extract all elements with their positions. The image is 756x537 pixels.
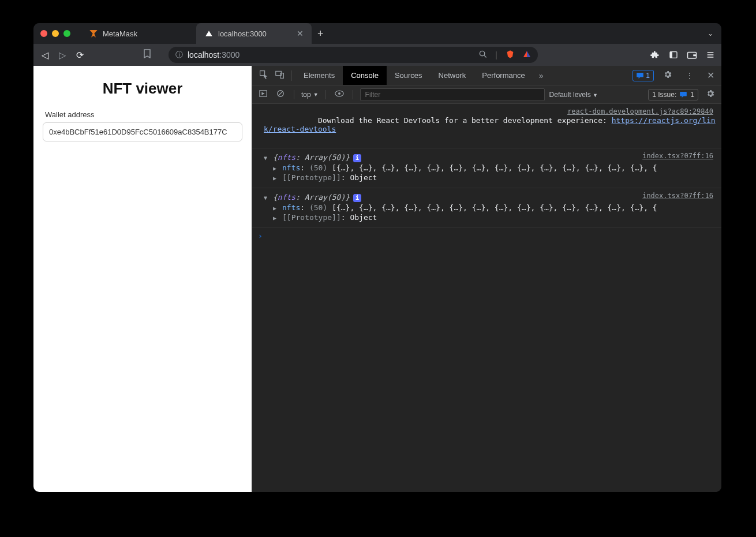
expand-arrow-icon[interactable] xyxy=(273,203,280,212)
site-info-icon[interactable]: ⓘ xyxy=(175,50,183,60)
svg-line-3 xyxy=(484,55,486,58)
wallet-address-input[interactable] xyxy=(43,122,242,141)
svg-marker-1 xyxy=(205,31,212,36)
tab-console[interactable]: Console xyxy=(343,66,387,85)
tab-network[interactable]: Network xyxy=(431,66,474,85)
wallet-icon[interactable] xyxy=(687,50,697,60)
svg-line-21 xyxy=(279,92,283,96)
devtools-tabs: Elements Console Sources Network Perform… xyxy=(252,66,721,85)
console-output: react-dom.development.js?ac89:29840 Down… xyxy=(252,104,721,492)
issue-count: 1 xyxy=(690,91,694,99)
svg-rect-8 xyxy=(670,52,672,58)
console-filter-input[interactable] xyxy=(360,88,545,101)
tab-label: MetaMask xyxy=(103,29,137,38)
console-log-entry: index.tsx?07ff:16 {nfts: Array(50)}i nft… xyxy=(252,188,721,228)
sidepanel-icon[interactable] xyxy=(668,50,679,60)
svg-rect-17 xyxy=(637,73,643,77)
device-toolbar-icon[interactable] xyxy=(272,70,288,81)
devtools-menu-icon[interactable]: ⋮ xyxy=(682,71,698,80)
chevron-down-icon: ▼ xyxy=(593,92,598,98)
expand-arrow-icon[interactable] xyxy=(264,153,271,162)
svg-rect-10 xyxy=(693,54,696,56)
clear-console-icon[interactable] xyxy=(274,90,287,99)
titlebar: MetaMask localhost:3000 ✕ + ⌄ xyxy=(33,23,721,44)
svg-marker-6 xyxy=(527,51,530,57)
issue-label: 1 Issue: xyxy=(652,91,676,99)
tab-metamask[interactable]: MetaMask xyxy=(81,23,196,44)
browser-tabs: MetaMask localhost:3000 ✕ + xyxy=(81,23,721,44)
expand-arrow-icon[interactable] xyxy=(264,193,271,202)
tab-elements[interactable]: Elements xyxy=(295,66,343,85)
object-prototype-row[interactable]: [[Prototype]]: Object xyxy=(264,213,716,222)
maximize-window-button[interactable] xyxy=(63,30,70,37)
extensions-icon[interactable] xyxy=(650,50,660,60)
tab-performance[interactable]: Performance xyxy=(474,66,533,85)
expand-arrow-icon[interactable] xyxy=(273,213,280,222)
search-icon[interactable] xyxy=(479,50,487,60)
address-bar[interactable]: ⓘ localhost:3000 | xyxy=(169,47,538,63)
object-prototype-row[interactable]: [[Prototype]]: Object xyxy=(264,173,716,182)
expand-arrow-icon[interactable] xyxy=(273,173,280,182)
message-source-link[interactable]: index.tsx?07ff:16 xyxy=(642,192,713,200)
forward-button[interactable]: ▷ xyxy=(57,50,68,61)
more-tabs-icon[interactable]: » xyxy=(533,71,549,80)
close-window-button[interactable] xyxy=(40,30,47,37)
console-message: react-dom.development.js?ac89:29840 Down… xyxy=(252,104,721,148)
info-badge-icon[interactable]: i xyxy=(353,194,361,202)
console-message-badge[interactable]: 1 xyxy=(633,70,654,81)
new-tab-button[interactable]: + xyxy=(312,23,330,44)
console-prompt[interactable]: › xyxy=(252,228,721,244)
back-button[interactable]: ◁ xyxy=(39,50,51,61)
expand-arrow-icon[interactable] xyxy=(273,163,280,172)
page-title: NFT viewer xyxy=(43,80,242,98)
execution-context-selector[interactable]: top ▼ xyxy=(301,91,319,99)
console-log-entry: index.tsx?07ff:16 {nfts: Array(50)}i nft… xyxy=(252,148,721,188)
levels-label: Default levels xyxy=(549,91,591,99)
vercel-icon xyxy=(204,29,214,38)
badge-count: 1 xyxy=(646,72,650,80)
svg-point-23 xyxy=(338,92,340,95)
svg-rect-24 xyxy=(680,92,687,96)
svg-marker-0 xyxy=(89,30,97,38)
devtools-close-icon[interactable]: ✕ xyxy=(703,70,718,81)
toolbar-right xyxy=(650,50,716,60)
brave-shields-icon[interactable] xyxy=(506,50,515,61)
browser-window: MetaMask localhost:3000 ✕ + ⌄ ◁ ▷ ⟳ ⓘ lo… xyxy=(33,23,721,492)
devtools-settings-icon[interactable] xyxy=(660,70,676,81)
url-host: localhost xyxy=(188,50,219,59)
info-badge-icon[interactable]: i xyxy=(353,154,361,162)
console-sidebar-toggle-icon[interactable] xyxy=(257,90,270,99)
devtools-panel: Elements Console Sources Network Perform… xyxy=(252,66,721,492)
content-area: NFT viewer Wallet address Elements Conso… xyxy=(33,66,721,492)
address-bar-row: ◁ ▷ ⟳ ⓘ localhost:3000 | xyxy=(33,44,721,66)
page-content: NFT viewer Wallet address xyxy=(33,66,252,492)
message-body: Download the React DevTools for a better… xyxy=(318,116,612,125)
object-property-row[interactable]: nfts: (50) [{…}, {…}, {…}, {…}, {…}, {…}… xyxy=(264,163,716,172)
minimize-window-button[interactable] xyxy=(52,30,59,37)
window-more-icon[interactable]: ⌄ xyxy=(708,29,713,38)
bookmark-icon[interactable] xyxy=(143,49,151,61)
reload-button[interactable]: ⟳ xyxy=(74,50,85,61)
metamask-icon xyxy=(89,29,98,38)
console-toolbar: top ▼ Default levels ▼ 1 Issue: xyxy=(252,85,721,104)
object-property-row[interactable]: nfts: (50) [{…}, {…}, {…}, {…}, {…}, {…}… xyxy=(264,203,716,212)
tab-label: localhost:3000 xyxy=(218,29,267,38)
context-label: top xyxy=(301,91,311,99)
svg-marker-19 xyxy=(261,92,264,95)
message-source-link[interactable]: index.tsx?07ff:16 xyxy=(642,152,713,160)
live-expression-icon[interactable] xyxy=(333,90,346,99)
issues-badge[interactable]: 1 Issue: 1 xyxy=(648,89,698,100)
console-settings-icon[interactable] xyxy=(704,89,717,100)
svg-point-2 xyxy=(480,51,485,55)
message-source-link[interactable]: react-dom.development.js?ac89:29840 xyxy=(567,107,713,115)
wallet-address-label: Wallet address xyxy=(45,110,242,119)
close-tab-icon[interactable]: ✕ xyxy=(297,29,304,38)
menu-icon[interactable] xyxy=(705,50,716,60)
tab-sources[interactable]: Sources xyxy=(387,66,431,85)
brave-rewards-icon[interactable] xyxy=(523,50,531,60)
url-port: :3000 xyxy=(219,50,239,59)
log-levels-selector[interactable]: Default levels ▼ xyxy=(549,91,598,99)
tab-localhost[interactable]: localhost:3000 ✕ xyxy=(196,23,312,44)
chevron-down-icon: ▼ xyxy=(313,92,319,98)
inspect-element-icon[interactable] xyxy=(256,70,272,81)
